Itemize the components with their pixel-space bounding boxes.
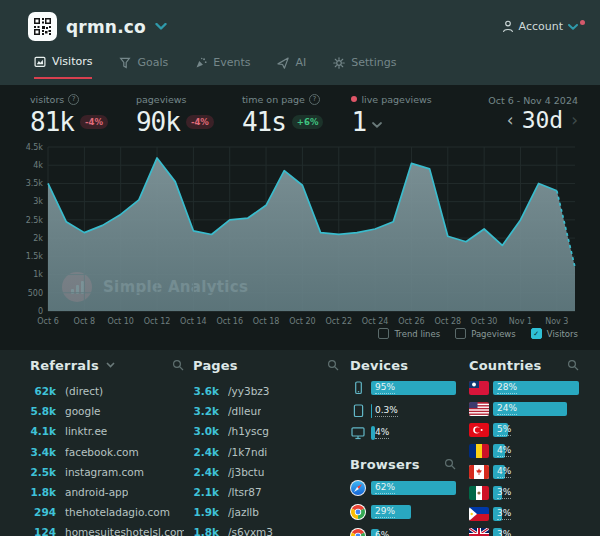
visitors-chart[interactable]: Simple Analytics Trend linesPageviews✓Vi… xyxy=(0,140,600,340)
tab-events[interactable]: Events xyxy=(195,55,250,79)
tab-ai[interactable]: AI xyxy=(277,55,306,79)
row-label[interactable]: /1k7ndi xyxy=(228,446,267,458)
bar-percent: 0.3% xyxy=(375,405,398,417)
bar-track: 4% xyxy=(493,465,579,479)
svg-text:3.5k: 3.5k xyxy=(26,179,44,188)
country-row[interactable]: 5% xyxy=(469,423,579,437)
referral-row[interactable]: 124homesuiteshotelsl.com xyxy=(30,522,184,536)
row-label[interactable]: /dlleur xyxy=(228,405,261,417)
referral-row[interactable]: 3.4kfacebook.com xyxy=(30,442,184,462)
country-row[interactable]: 3% xyxy=(469,486,579,500)
row-value: 1.9k xyxy=(193,506,219,518)
row-label[interactable]: instagram.com xyxy=(65,466,144,478)
referral-row[interactable]: 2.5kinstagram.com xyxy=(30,462,184,482)
row-label[interactable]: /jazllb xyxy=(228,506,259,518)
page-row[interactable]: 3.2k/dlleur xyxy=(193,401,339,421)
search-icon[interactable] xyxy=(327,359,339,371)
bar-percent: 29% xyxy=(375,506,395,518)
referral-row[interactable]: 5.8kgoogle xyxy=(30,401,184,421)
tab-label: Settings xyxy=(351,56,396,69)
row-label[interactable]: /s6yxm3 xyxy=(228,526,273,536)
stat-number: 81k xyxy=(30,107,74,137)
country-row[interactable]: 3% xyxy=(469,528,579,536)
tab-settings[interactable]: Settings xyxy=(333,55,396,79)
row-label[interactable]: /ltsr87 xyxy=(228,486,262,498)
chevron-down-icon[interactable] xyxy=(106,362,115,368)
svg-text:Oct 8: Oct 8 xyxy=(74,317,95,326)
stat-label: pageviews xyxy=(136,93,214,105)
svg-text:3k: 3k xyxy=(33,197,43,206)
country-row[interactable]: 3% xyxy=(469,507,579,521)
svg-text:Oct 20: Oct 20 xyxy=(289,317,316,326)
bar-percent: 4% xyxy=(497,445,511,457)
page-row[interactable]: 3.6k/yy3bz3 xyxy=(193,381,339,401)
page-row[interactable]: 2.4k/1k7ndi xyxy=(193,442,339,462)
site-selector[interactable]: qrmn.co xyxy=(28,12,167,41)
device-row[interactable]: 95% xyxy=(350,381,456,395)
row-label[interactable]: /j3bctu xyxy=(228,466,264,478)
row-label[interactable]: homesuiteshotelsl.com xyxy=(65,526,184,536)
row-value: 3.6k xyxy=(193,385,219,397)
stat-delta-badge: -4% xyxy=(80,115,108,129)
device-row[interactable]: 4% xyxy=(350,426,456,440)
row-label[interactable]: facebook.com xyxy=(65,446,139,458)
bar-percent: 24% xyxy=(497,403,517,415)
chevron-down-icon[interactable] xyxy=(372,113,382,132)
country-row[interactable]: 28% xyxy=(469,381,579,395)
browser-row[interactable]: 6% xyxy=(350,528,456,536)
country-row[interactable]: 4% xyxy=(469,465,579,479)
tab-goals[interactable]: Goals xyxy=(119,55,168,79)
next-period-button[interactable]: › xyxy=(571,112,578,129)
browser-row[interactable]: 62% xyxy=(350,480,456,496)
browser-row[interactable]: 29% xyxy=(350,504,456,520)
svg-text:Oct 12: Oct 12 xyxy=(144,317,171,326)
referral-row[interactable]: 62k(direct) xyxy=(30,381,184,401)
previous-period-button[interactable]: ‹ xyxy=(507,112,514,129)
tab-visitors[interactable]: Visitors xyxy=(34,55,92,79)
page-row[interactable]: 1.9k/jazllb xyxy=(193,502,339,522)
search-icon[interactable] xyxy=(172,359,184,371)
referral-row[interactable]: 1.8kandroid-app xyxy=(30,482,184,502)
bar-track: 95% xyxy=(371,381,456,395)
browsers-title: Browsers xyxy=(350,457,420,472)
devices-title: Devices xyxy=(350,358,408,373)
country-row[interactable]: 4% xyxy=(469,444,579,458)
ai-icon xyxy=(277,57,289,69)
device-row[interactable]: 0.3% xyxy=(350,404,456,418)
referral-row[interactable]: 294thehoteladagio.com xyxy=(30,502,184,522)
country-row[interactable]: 24% xyxy=(469,402,579,416)
referrals-panel: Referrals 62k(direct)5.8kgoogle4.1klinkt… xyxy=(30,357,184,536)
topbar: qrmn.co Account xyxy=(0,0,600,41)
info-icon[interactable]: ? xyxy=(68,94,79,105)
page-row[interactable]: 2.1k/ltsr87 xyxy=(193,482,339,502)
row-label[interactable]: google xyxy=(65,405,101,417)
page-row[interactable]: 1.8k/s6yxm3 xyxy=(193,522,339,536)
row-value: 124 xyxy=(30,526,56,536)
svg-text:0: 0 xyxy=(38,307,43,316)
row-label[interactable]: android-app xyxy=(65,486,128,498)
period-value[interactable]: 30d xyxy=(522,107,564,133)
search-icon[interactable] xyxy=(444,458,456,470)
bar-track: 29% xyxy=(371,505,456,519)
row-value: 1.8k xyxy=(193,526,219,536)
svg-text:Oct 18: Oct 18 xyxy=(253,317,280,326)
svg-text:2.5k: 2.5k xyxy=(26,216,44,225)
row-label[interactable]: linktr.ee xyxy=(65,425,107,437)
referral-row[interactable]: 4.1klinktr.ee xyxy=(30,421,184,441)
svg-text:Nov 1: Nov 1 xyxy=(509,317,532,326)
row-label[interactable]: /yy3bz3 xyxy=(228,385,270,397)
stat-live-pageviews: live pageviews1 xyxy=(351,93,431,140)
page-row[interactable]: 2.4k/j3bctu xyxy=(193,462,339,482)
search-icon[interactable] xyxy=(567,359,579,371)
row-label[interactable]: /h1yscg xyxy=(228,425,269,437)
row-label[interactable]: thehoteladagio.com xyxy=(65,506,170,518)
stat-number: 1 xyxy=(351,107,366,137)
row-label[interactable]: (direct) xyxy=(65,385,103,397)
info-icon[interactable]: ? xyxy=(309,94,320,105)
bar-percent: 3% xyxy=(497,529,511,536)
stat-label: time on page? xyxy=(242,93,324,105)
account-menu[interactable]: Account xyxy=(502,20,578,33)
stats-bar: visitors?81k-4%pageviews90k-4%time on pa… xyxy=(0,85,600,140)
visitors-area-chart-canvas[interactable]: 05001k1.5k2k2.5k3k3.5k4k4.5kOct 6Oct 8Oc… xyxy=(0,140,600,340)
page-row[interactable]: 3.0k/h1yscg xyxy=(193,421,339,441)
